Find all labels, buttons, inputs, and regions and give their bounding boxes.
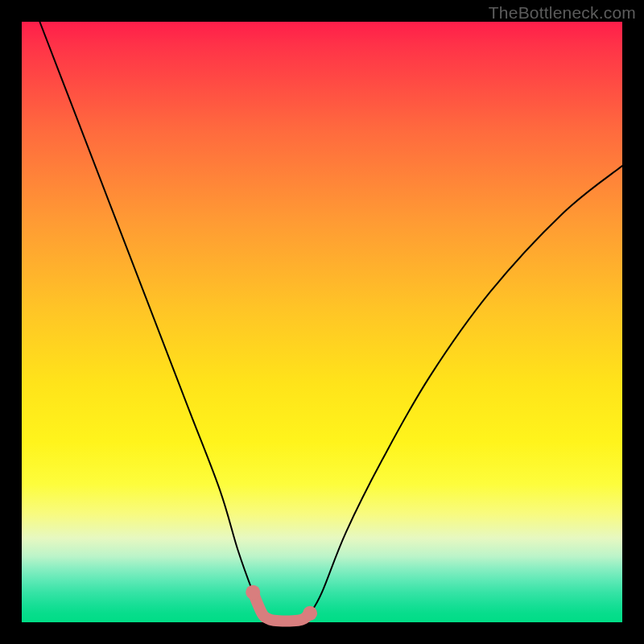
highlight-band [253,592,310,621]
bottleneck-curve [39,22,622,621]
highlight-endpoint [303,606,317,621]
curve-layer [22,22,622,622]
watermark-text: TheBottleneck.com [489,3,636,23]
highlight-endpoint [246,585,260,600]
chart-frame: TheBottleneck.com [0,0,644,644]
